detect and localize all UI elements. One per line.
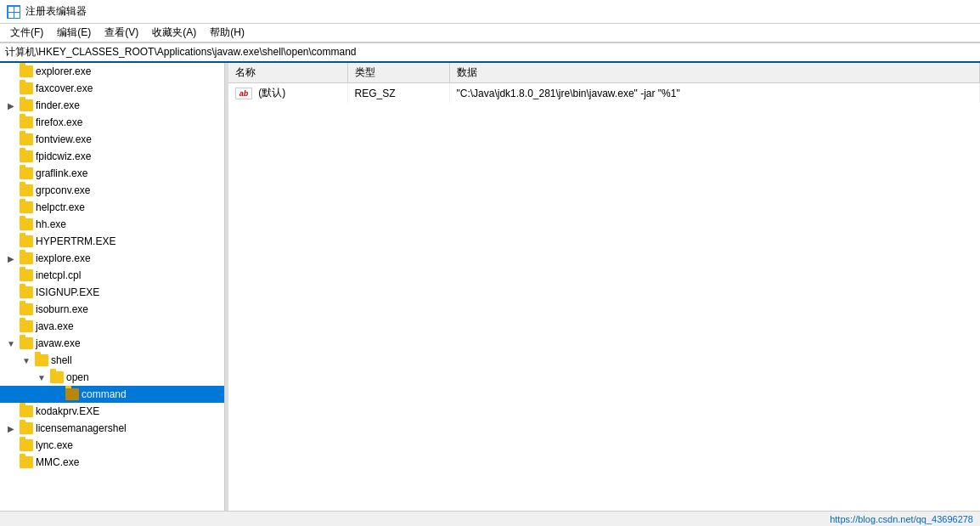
tree-label-command: command	[82, 388, 127, 400]
svg-rect-3	[14, 13, 20, 18]
tree-item-ISIGNUP[interactable]: ISIGNUP.EXE	[0, 284, 224, 301]
tree-item-shell[interactable]: ▼ shell	[0, 352, 224, 369]
address-bar: 计算机\HKEY_CLASSES_ROOT\Applications\javaw…	[0, 42, 980, 63]
data-panel[interactable]: 名称 类型 数据 ab (默认) REG_SZ "C:\Java\jdk1.8.…	[228, 63, 980, 511]
main-content: explorer.exe faxcover.exe ▶ finder.exe f…	[0, 63, 980, 511]
tree-item-helpctr[interactable]: helpctr.exe	[0, 199, 224, 216]
tree-item-javaw[interactable]: ▼ javaw.exe	[0, 335, 224, 352]
tree-item-inetcpl[interactable]: inetcpl.cpl	[0, 267, 224, 284]
svg-rect-0	[8, 7, 14, 12]
tree-item-faxcover[interactable]: faxcover.exe	[0, 80, 224, 97]
expand-icon-explorer	[5, 65, 17, 77]
tree-item-HYPERTRM[interactable]: HYPERTRM.EXE	[0, 233, 224, 250]
tree-item-kodakprv[interactable]: kodakprv.EXE	[0, 403, 224, 420]
tree-label-java: java.exe	[36, 320, 74, 332]
cell-data: "C:\Java\jdk1.8.0_281\jre\bin\javaw.exe"…	[449, 83, 980, 104]
folder-icon-explorer	[20, 65, 33, 77]
tree-label-javaw: javaw.exe	[36, 337, 81, 349]
folder-icon-fpidcwiz	[20, 150, 33, 162]
tree-item-MMC[interactable]: MMC.exe	[0, 454, 224, 471]
tree-item-grpconv[interactable]: grpconv.exe	[0, 182, 224, 199]
cell-name-text: (默认)	[258, 87, 285, 99]
tree-item-command[interactable]: command	[0, 386, 224, 403]
tree-label-open: open	[66, 371, 89, 383]
folder-icon-iexplore	[20, 252, 33, 264]
expand-icon-hh	[5, 218, 17, 230]
folder-icon-shell	[35, 354, 48, 366]
status-text: https://blog.csdn.net/qq_43696278	[830, 514, 973, 524]
expand-icon-faxcover	[5, 82, 17, 94]
col-header-name: 名称	[228, 63, 347, 83]
tree-panel: explorer.exe faxcover.exe ▶ finder.exe f…	[0, 63, 225, 511]
expand-icon-command	[51, 388, 63, 400]
menu-bar: 文件(F) 编辑(E) 查看(V) 收藏夹(A) 帮助(H)	[0, 24, 980, 42]
tree-item-iexplore[interactable]: ▶ iexplore.exe	[0, 250, 224, 267]
tree-item-lync[interactable]: lync.exe	[0, 437, 224, 454]
tree-label-finder: finder.exe	[36, 99, 80, 111]
folder-icon-helpctr	[20, 201, 33, 213]
expand-icon-helpctr	[5, 201, 17, 213]
expand-icon-javaw: ▼	[5, 337, 17, 349]
folder-icon-licensemanagershel	[20, 422, 33, 434]
tree-label-licensemanagershel: licensemanagershel	[36, 422, 127, 434]
folder-icon-HYPERTRM	[20, 235, 33, 247]
folder-icon-finder	[20, 99, 33, 111]
cell-name: ab (默认)	[228, 83, 347, 104]
tree-item-open[interactable]: ▼ open	[0, 369, 224, 386]
menu-favorites[interactable]: 收藏夹(A)	[145, 24, 203, 42]
tree-label-shell: shell	[51, 354, 72, 366]
tree-label-fontview: fontview.exe	[36, 133, 92, 145]
folder-icon-lync	[20, 439, 33, 451]
tree-scroll[interactable]: explorer.exe faxcover.exe ▶ finder.exe f…	[0, 63, 224, 511]
expand-icon-licensemanagershel: ▶	[5, 422, 17, 434]
expand-icon-firefox	[5, 116, 17, 128]
expand-icon-open: ▼	[36, 371, 48, 383]
window-title: 注册表编辑器	[25, 4, 87, 19]
expand-icon-fontview	[5, 133, 17, 145]
tree-item-fontview[interactable]: fontview.exe	[0, 131, 224, 148]
expand-icon-iexplore: ▶	[5, 252, 17, 264]
expand-icon-kodakprv	[5, 405, 17, 417]
folder-icon-firefox	[20, 116, 33, 128]
expand-icon-lync	[5, 439, 17, 451]
folder-icon-MMC	[20, 456, 33, 468]
tree-item-finder[interactable]: ▶ finder.exe	[0, 97, 224, 114]
tree-item-explorer[interactable]: explorer.exe	[0, 63, 224, 80]
tree-label-hh: hh.exe	[36, 218, 66, 230]
folder-icon-command	[65, 388, 79, 400]
tree-item-java[interactable]: java.exe	[0, 318, 224, 335]
folder-icon-grpconv	[20, 184, 33, 196]
col-header-data: 数据	[449, 63, 980, 83]
folder-icon-isoburn	[20, 303, 33, 315]
expand-icon-MMC	[5, 456, 17, 468]
tree-item-hh[interactable]: hh.exe	[0, 216, 224, 233]
menu-view[interactable]: 查看(V)	[98, 24, 145, 42]
tree-label-kodakprv: kodakprv.EXE	[36, 405, 99, 417]
tree-item-firefox[interactable]: firefox.exe	[0, 114, 224, 131]
menu-edit[interactable]: 编辑(E)	[50, 24, 98, 42]
menu-help[interactable]: 帮助(H)	[203, 24, 251, 42]
status-bar: https://blog.csdn.net/qq_43696278	[0, 511, 980, 526]
tree-label-explorer: explorer.exe	[36, 65, 91, 77]
svg-rect-2	[8, 13, 14, 18]
folder-icon-javaw	[20, 337, 33, 349]
expand-icon-ISIGNUP	[5, 286, 17, 298]
expand-icon-fpidcwiz	[5, 150, 17, 162]
tree-label-grpconv: grpconv.exe	[36, 184, 90, 196]
expand-icon-isoburn	[5, 303, 17, 315]
tree-item-isoburn[interactable]: isoburn.exe	[0, 301, 224, 318]
tree-label-graflink: graflink.exe	[36, 167, 87, 179]
tree-label-HYPERTRM: HYPERTRM.EXE	[36, 235, 115, 247]
tree-item-licensemanagershel[interactable]: ▶ licensemanagershel	[0, 420, 224, 437]
tree-label-lync: lync.exe	[36, 439, 73, 451]
expand-icon-java	[5, 320, 17, 332]
tree-label-faxcover: faxcover.exe	[36, 82, 93, 94]
title-bar: 注册表编辑器	[0, 0, 980, 24]
expand-icon-shell: ▼	[20, 354, 32, 366]
tree-item-graflink[interactable]: graflink.exe	[0, 165, 224, 182]
table-row[interactable]: ab (默认) REG_SZ "C:\Java\jdk1.8.0_281\jre…	[228, 83, 980, 104]
tree-item-fpidcwiz[interactable]: fpidcwiz.exe	[0, 148, 224, 165]
tree-label-helpctr: helpctr.exe	[36, 201, 85, 213]
tree-label-inetcpl: inetcpl.cpl	[36, 269, 81, 281]
menu-file[interactable]: 文件(F)	[3, 24, 50, 42]
